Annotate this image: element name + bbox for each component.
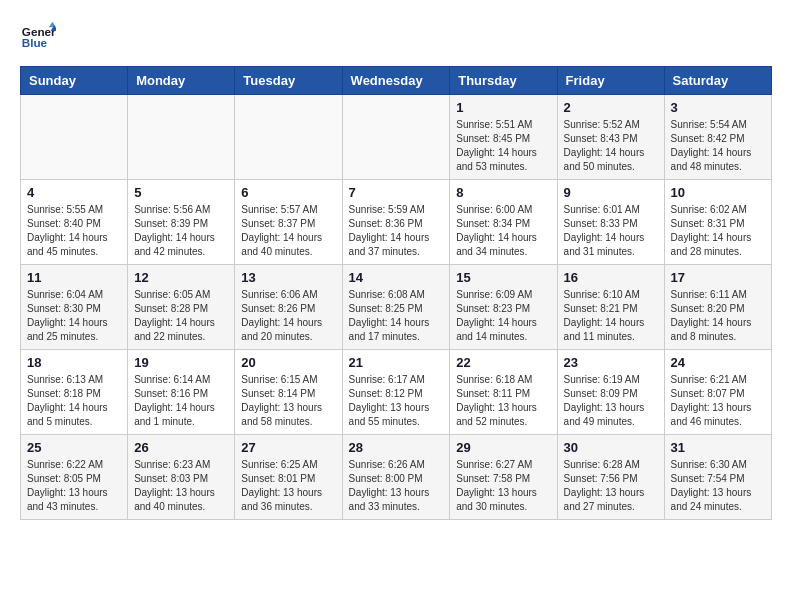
calendar-cell: 5Sunrise: 5:56 AM Sunset: 8:39 PM Daylig… (128, 180, 235, 265)
weekday-header-tuesday: Tuesday (235, 67, 342, 95)
day-info: Sunrise: 6:26 AM Sunset: 8:00 PM Dayligh… (349, 458, 444, 514)
day-number: 1 (456, 100, 550, 115)
day-number: 5 (134, 185, 228, 200)
day-number: 17 (671, 270, 765, 285)
calendar-cell: 31Sunrise: 6:30 AM Sunset: 7:54 PM Dayli… (664, 435, 771, 520)
day-number: 21 (349, 355, 444, 370)
day-info: Sunrise: 5:54 AM Sunset: 8:42 PM Dayligh… (671, 118, 765, 174)
weekday-header-monday: Monday (128, 67, 235, 95)
weekday-header-friday: Friday (557, 67, 664, 95)
day-info: Sunrise: 6:14 AM Sunset: 8:16 PM Dayligh… (134, 373, 228, 429)
weekday-header-thursday: Thursday (450, 67, 557, 95)
calendar-cell: 17Sunrise: 6:11 AM Sunset: 8:20 PM Dayli… (664, 265, 771, 350)
day-info: Sunrise: 5:51 AM Sunset: 8:45 PM Dayligh… (456, 118, 550, 174)
calendar-cell: 27Sunrise: 6:25 AM Sunset: 8:01 PM Dayli… (235, 435, 342, 520)
calendar-cell: 11Sunrise: 6:04 AM Sunset: 8:30 PM Dayli… (21, 265, 128, 350)
day-info: Sunrise: 5:56 AM Sunset: 8:39 PM Dayligh… (134, 203, 228, 259)
calendar-cell: 6Sunrise: 5:57 AM Sunset: 8:37 PM Daylig… (235, 180, 342, 265)
calendar-cell: 19Sunrise: 6:14 AM Sunset: 8:16 PM Dayli… (128, 350, 235, 435)
day-number: 28 (349, 440, 444, 455)
day-info: Sunrise: 6:17 AM Sunset: 8:12 PM Dayligh… (349, 373, 444, 429)
calendar-week-1: 1Sunrise: 5:51 AM Sunset: 8:45 PM Daylig… (21, 95, 772, 180)
day-number: 14 (349, 270, 444, 285)
day-number: 13 (241, 270, 335, 285)
calendar-cell: 14Sunrise: 6:08 AM Sunset: 8:25 PM Dayli… (342, 265, 450, 350)
day-info: Sunrise: 6:11 AM Sunset: 8:20 PM Dayligh… (671, 288, 765, 344)
weekday-header-sunday: Sunday (21, 67, 128, 95)
calendar-week-4: 18Sunrise: 6:13 AM Sunset: 8:18 PM Dayli… (21, 350, 772, 435)
day-info: Sunrise: 6:04 AM Sunset: 8:30 PM Dayligh… (27, 288, 121, 344)
day-info: Sunrise: 6:09 AM Sunset: 8:23 PM Dayligh… (456, 288, 550, 344)
day-info: Sunrise: 5:59 AM Sunset: 8:36 PM Dayligh… (349, 203, 444, 259)
day-number: 10 (671, 185, 765, 200)
weekday-header-saturday: Saturday (664, 67, 771, 95)
calendar-cell: 9Sunrise: 6:01 AM Sunset: 8:33 PM Daylig… (557, 180, 664, 265)
day-number: 22 (456, 355, 550, 370)
day-info: Sunrise: 6:23 AM Sunset: 8:03 PM Dayligh… (134, 458, 228, 514)
calendar-cell: 24Sunrise: 6:21 AM Sunset: 8:07 PM Dayli… (664, 350, 771, 435)
day-number: 29 (456, 440, 550, 455)
calendar-table: SundayMondayTuesdayWednesdayThursdayFrid… (20, 66, 772, 520)
day-number: 15 (456, 270, 550, 285)
calendar-cell: 7Sunrise: 5:59 AM Sunset: 8:36 PM Daylig… (342, 180, 450, 265)
calendar-cell: 1Sunrise: 5:51 AM Sunset: 8:45 PM Daylig… (450, 95, 557, 180)
day-number: 23 (564, 355, 658, 370)
calendar-cell: 22Sunrise: 6:18 AM Sunset: 8:11 PM Dayli… (450, 350, 557, 435)
day-info: Sunrise: 6:27 AM Sunset: 7:58 PM Dayligh… (456, 458, 550, 514)
day-number: 16 (564, 270, 658, 285)
calendar-cell (235, 95, 342, 180)
day-info: Sunrise: 6:21 AM Sunset: 8:07 PM Dayligh… (671, 373, 765, 429)
day-number: 30 (564, 440, 658, 455)
day-number: 6 (241, 185, 335, 200)
calendar-cell: 10Sunrise: 6:02 AM Sunset: 8:31 PM Dayli… (664, 180, 771, 265)
calendar-week-3: 11Sunrise: 6:04 AM Sunset: 8:30 PM Dayli… (21, 265, 772, 350)
calendar-cell: 25Sunrise: 6:22 AM Sunset: 8:05 PM Dayli… (21, 435, 128, 520)
calendar-cell (21, 95, 128, 180)
day-number: 9 (564, 185, 658, 200)
day-number: 19 (134, 355, 228, 370)
calendar-cell: 23Sunrise: 6:19 AM Sunset: 8:09 PM Dayli… (557, 350, 664, 435)
calendar-cell: 8Sunrise: 6:00 AM Sunset: 8:34 PM Daylig… (450, 180, 557, 265)
day-info: Sunrise: 6:28 AM Sunset: 7:56 PM Dayligh… (564, 458, 658, 514)
calendar-week-2: 4Sunrise: 5:55 AM Sunset: 8:40 PM Daylig… (21, 180, 772, 265)
calendar-cell: 13Sunrise: 6:06 AM Sunset: 8:26 PM Dayli… (235, 265, 342, 350)
day-info: Sunrise: 6:05 AM Sunset: 8:28 PM Dayligh… (134, 288, 228, 344)
calendar-cell: 3Sunrise: 5:54 AM Sunset: 8:42 PM Daylig… (664, 95, 771, 180)
calendar-cell (128, 95, 235, 180)
day-number: 27 (241, 440, 335, 455)
day-info: Sunrise: 6:25 AM Sunset: 8:01 PM Dayligh… (241, 458, 335, 514)
day-number: 20 (241, 355, 335, 370)
day-info: Sunrise: 6:02 AM Sunset: 8:31 PM Dayligh… (671, 203, 765, 259)
day-info: Sunrise: 5:52 AM Sunset: 8:43 PM Dayligh… (564, 118, 658, 174)
logo-icon: General Blue (20, 20, 56, 56)
weekday-header-row: SundayMondayTuesdayWednesdayThursdayFrid… (21, 67, 772, 95)
day-number: 26 (134, 440, 228, 455)
day-info: Sunrise: 6:15 AM Sunset: 8:14 PM Dayligh… (241, 373, 335, 429)
day-info: Sunrise: 6:30 AM Sunset: 7:54 PM Dayligh… (671, 458, 765, 514)
day-info: Sunrise: 5:55 AM Sunset: 8:40 PM Dayligh… (27, 203, 121, 259)
day-number: 11 (27, 270, 121, 285)
day-info: Sunrise: 6:01 AM Sunset: 8:33 PM Dayligh… (564, 203, 658, 259)
calendar-week-5: 25Sunrise: 6:22 AM Sunset: 8:05 PM Dayli… (21, 435, 772, 520)
calendar-cell: 21Sunrise: 6:17 AM Sunset: 8:12 PM Dayli… (342, 350, 450, 435)
svg-text:Blue: Blue (22, 36, 48, 49)
calendar-cell: 30Sunrise: 6:28 AM Sunset: 7:56 PM Dayli… (557, 435, 664, 520)
day-number: 31 (671, 440, 765, 455)
day-info: Sunrise: 5:57 AM Sunset: 8:37 PM Dayligh… (241, 203, 335, 259)
day-info: Sunrise: 6:00 AM Sunset: 8:34 PM Dayligh… (456, 203, 550, 259)
day-number: 7 (349, 185, 444, 200)
header: General Blue (20, 20, 772, 56)
calendar-cell: 20Sunrise: 6:15 AM Sunset: 8:14 PM Dayli… (235, 350, 342, 435)
day-number: 4 (27, 185, 121, 200)
day-info: Sunrise: 6:06 AM Sunset: 8:26 PM Dayligh… (241, 288, 335, 344)
calendar-cell: 29Sunrise: 6:27 AM Sunset: 7:58 PM Dayli… (450, 435, 557, 520)
day-info: Sunrise: 6:22 AM Sunset: 8:05 PM Dayligh… (27, 458, 121, 514)
day-info: Sunrise: 6:13 AM Sunset: 8:18 PM Dayligh… (27, 373, 121, 429)
calendar-cell (342, 95, 450, 180)
calendar-cell: 4Sunrise: 5:55 AM Sunset: 8:40 PM Daylig… (21, 180, 128, 265)
day-info: Sunrise: 6:08 AM Sunset: 8:25 PM Dayligh… (349, 288, 444, 344)
day-number: 24 (671, 355, 765, 370)
logo: General Blue (20, 20, 60, 56)
day-number: 2 (564, 100, 658, 115)
day-number: 12 (134, 270, 228, 285)
